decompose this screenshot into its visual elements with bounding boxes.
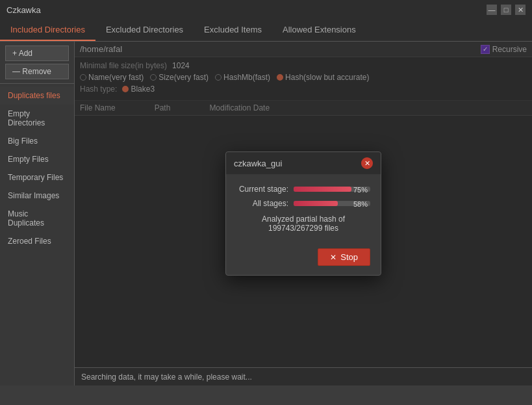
sidebar: + Add — Remove Duplicates files Empty Di… — [0, 42, 75, 385]
sidebar-item-similar-images[interactable]: Similar Images — [0, 187, 74, 205]
modal-close-button[interactable]: ✕ — [361, 157, 373, 169]
stop-icon: ✕ — [330, 253, 336, 262]
add-button[interactable]: + Add — [5, 46, 69, 61]
all-stages-fill — [294, 201, 338, 206]
sidebar-item-temporary-files[interactable]: Temporary Files — [0, 168, 74, 187]
modal-overlay: czkawka_gui ✕ Current stage: 75% All s — [75, 42, 532, 385]
remove-button[interactable]: — Remove — [5, 64, 69, 79]
sidebar-item-empty-files[interactable]: Empty Files — [0, 150, 74, 168]
minimize-button[interactable]: — — [487, 5, 497, 15]
sidebar-items: Duplicates files Empty Directories Big F… — [0, 84, 74, 253]
app-title: Czkawka — [6, 5, 41, 15]
sidebar-item-empty-directories[interactable]: Empty Directories — [0, 105, 74, 132]
modal-title: czkawka_gui — [234, 159, 282, 168]
status-text: Searching data, it may take a while, ple… — [81, 372, 252, 382]
modal-footer: ✕ Stop — [226, 248, 381, 275]
tab-allowed-extensions[interactable]: Allowed Extensions — [272, 20, 366, 41]
analysis-text: Analyzed partial hash of 199743/267299 f… — [236, 215, 370, 233]
tab-bar: Included Directories Excluded Directorie… — [0, 20, 532, 42]
status-bar: Searching data, it may take a while, ple… — [75, 367, 532, 385]
current-stage-label: Current stage: — [236, 185, 288, 194]
modal-body: Current stage: 75% All stages: 58% — [226, 174, 381, 248]
progress-dialog: czkawka_gui ✕ Current stage: 75% All s — [225, 151, 381, 276]
sidebar-item-zeroed-files[interactable]: Zeroed Files — [0, 232, 74, 250]
window-controls: — □ ✕ — [487, 5, 526, 15]
maximize-button[interactable]: □ — [501, 5, 511, 15]
close-button[interactable]: ✕ — [515, 5, 526, 15]
sidebar-item-duplicates-files[interactable]: Duplicates files — [0, 86, 74, 105]
all-stages-row: All stages: 58% — [236, 199, 370, 208]
tab-included-directories[interactable]: Included Directories — [0, 20, 95, 41]
current-stage-fill — [294, 187, 351, 192]
tab-excluded-items[interactable]: Excluded Items — [194, 20, 272, 41]
all-stages-label: All stages: — [236, 199, 288, 208]
title-bar: Czkawka — □ ✕ — [0, 0, 532, 20]
modal-header: czkawka_gui ✕ — [226, 152, 381, 174]
current-stage-pct: 75% — [353, 186, 368, 194]
current-stage-bar: 75% — [294, 187, 370, 192]
stop-label: Stop — [340, 252, 358, 262]
sidebar-item-big-files[interactable]: Big Files — [0, 132, 74, 150]
stop-button[interactable]: ✕ Stop — [318, 248, 370, 266]
sidebar-item-music-duplicates[interactable]: Music Duplicates — [0, 205, 74, 232]
all-stages-bar: 58% — [294, 201, 370, 206]
tab-excluded-directories[interactable]: Excluded Directories — [95, 20, 194, 41]
current-stage-row: Current stage: 75% — [236, 185, 370, 194]
all-stages-pct: 58% — [353, 200, 368, 208]
sidebar-actions: + Add — Remove — [0, 42, 74, 84]
content-area: /home/rafal ✓ Recursive Minimal file siz… — [75, 42, 532, 385]
main-layout: + Add — Remove Duplicates files Empty Di… — [0, 42, 532, 385]
